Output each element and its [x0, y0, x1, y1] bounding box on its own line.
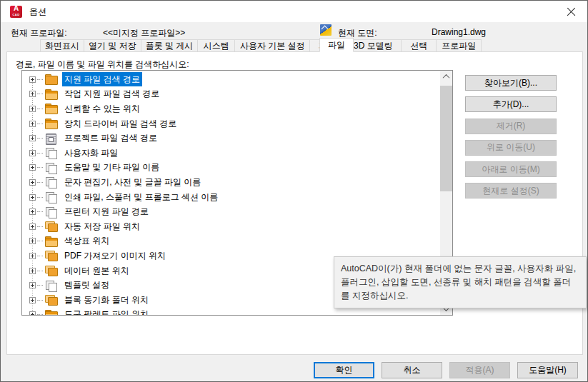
tree-row[interactable]: 사용자화 파일	[22, 146, 440, 161]
tree-row[interactable]: 도구 팔레트 파일 위치	[22, 308, 440, 316]
tab[interactable]: 선택	[401, 39, 437, 52]
expand-plus-icon[interactable]	[29, 282, 36, 288]
side-button[interactable]: 현재로 설정(S)	[465, 183, 557, 198]
expand-plus-icon[interactable]	[29, 238, 36, 244]
tree-connector	[37, 138, 43, 139]
tree-connector	[37, 94, 43, 94]
tree-connector	[37, 211, 43, 212]
tree-connector	[37, 197, 43, 198]
side-button[interactable]: 제거(R)	[465, 119, 557, 134]
close-icon	[567, 7, 576, 16]
expand-plus-icon[interactable]	[29, 268, 36, 274]
tree-connector	[37, 285, 43, 286]
expand-plus-icon[interactable]	[29, 208, 36, 215]
tab[interactable]: 시스템	[197, 39, 235, 52]
folder-open-icon	[45, 119, 57, 129]
tree-row[interactable]: 신뢰할 수 있는 위치	[22, 101, 440, 116]
footer-button[interactable]: 도움말(H)	[517, 362, 578, 378]
tree-connector	[37, 256, 43, 256]
folder-open-icon	[45, 89, 57, 99]
folder-stack-icon	[45, 295, 57, 305]
title-bar: ACAD 옵션	[1, 1, 587, 22]
tab[interactable]: 프로파일	[436, 39, 482, 52]
tree-row[interactable]: 작업 지원 파일 검색 경로	[22, 87, 440, 102]
tree-row-label: 작업 지원 파일 검색 경로	[62, 87, 161, 101]
side-button-column: 찾아보기(B)...추가(D)...제거(R)위로 이동(U)아래로 이동(M)…	[465, 75, 557, 205]
footer-button[interactable]: 적용(A)	[449, 362, 510, 378]
pages-icon	[45, 163, 57, 173]
folder-icon	[45, 74, 57, 84]
tree-row[interactable]: 프린터 지원 파일 경로	[22, 204, 440, 219]
tree-connector	[37, 153, 43, 154]
tree-row[interactable]: 지원 파일 검색 경로	[22, 72, 440, 87]
tree-row-label: 사용자화 파일	[62, 146, 120, 160]
side-button[interactable]: 위로 이동(U)	[465, 140, 557, 156]
tree-connector	[37, 241, 43, 241]
tree-row[interactable]: 인쇄 파일, 스풀러 및 프롤로그 섹션 이름	[22, 190, 440, 205]
tree-connector	[37, 124, 43, 124]
folder-open-icon	[45, 236, 57, 246]
expand-plus-icon[interactable]	[29, 150, 36, 156]
autocad-logo-icon: ACAD	[10, 6, 22, 18]
tree-row-label: 신뢰할 수 있는 위치	[62, 101, 142, 116]
tree-row[interactable]: 문자 편집기, 사전 및 글꼴 파일 이름	[22, 175, 440, 190]
tooltip: AutoCAD이(가) 현재 폴더에 없는 문자 글꼴, 사용자화 파일, 플러…	[334, 256, 587, 308]
expand-plus-icon[interactable]	[29, 179, 36, 186]
expand-plus-icon[interactable]	[29, 91, 36, 97]
expand-plus-icon[interactable]	[29, 253, 36, 259]
tab[interactable]: 사용자 기본 설정	[234, 39, 310, 52]
dialog-title: 옵션	[29, 6, 46, 18]
tree-connector	[37, 79, 43, 80]
scrollbar-thumb[interactable]	[440, 86, 452, 191]
expand-plus-icon[interactable]	[29, 164, 36, 171]
current-drawing-value: Drawing1.dwg	[432, 27, 486, 37]
side-button[interactable]: 추가(D)...	[465, 96, 557, 112]
tab[interactable]: 플롯 및 게시	[141, 39, 199, 52]
expand-plus-icon[interactable]	[29, 121, 36, 127]
tree-row[interactable]: 프로젝트 파일 검색 경로	[22, 131, 440, 146]
tree-row-label: 인쇄 파일, 스풀러 및 프롤로그 섹션 이름	[62, 190, 220, 204]
tree-row-label: 도구 팔레트 파일 위치	[62, 308, 151, 315]
tree-row[interactable]: 자동 저장 파일 위치	[22, 219, 440, 234]
tree-row-label: 데이터 원본 위치	[62, 263, 131, 278]
expand-plus-icon[interactable]	[29, 106, 36, 112]
expand-plus-icon[interactable]	[29, 311, 36, 315]
tree-row-label: 프린터 지원 파일 경로	[62, 205, 151, 219]
tree-row[interactable]: 색상표 위치	[22, 234, 440, 249]
close-button[interactable]	[555, 1, 587, 22]
book-icon	[45, 134, 57, 144]
pages-icon	[45, 281, 57, 291]
tab[interactable]: 파일	[319, 38, 354, 52]
tree-row[interactable]: 도움말 및 기타 파일 이름	[22, 161, 440, 176]
folder-stack-icon	[45, 266, 57, 276]
tree-row-label: 자동 저장 파일 위치	[62, 219, 142, 233]
tab[interactable]: 화면표시	[40, 39, 84, 52]
pages-icon	[45, 192, 57, 202]
tree-connector	[37, 167, 43, 168]
tree-connector	[37, 314, 43, 315]
expand-plus-icon[interactable]	[29, 297, 36, 303]
expand-plus-icon[interactable]	[29, 135, 36, 141]
expand-plus-icon[interactable]	[29, 194, 36, 201]
footer-button[interactable]: 취소	[382, 362, 442, 378]
tree-row[interactable]: 장치 드라이버 파일 검색 경로	[22, 116, 440, 131]
scroll-up-button[interactable]	[440, 71, 452, 83]
folder-open-icon	[45, 104, 57, 114]
footer-button[interactable]: 확인	[314, 362, 374, 378]
pages-icon	[45, 177, 57, 187]
side-button[interactable]: 찾아보기(B)...	[465, 75, 557, 91]
expand-plus-icon[interactable]	[29, 76, 36, 83]
folder-open-icon	[45, 310, 57, 315]
files-tab-panel: 경로, 파일 이름 및 파일 위치를 검색하십시오: 지원 파일 검색 경로 작…	[6, 51, 583, 355]
tree-row-label: 지원 파일 검색 경로	[62, 72, 142, 86]
options-dialog: ACAD 옵션 현재 프로파일: <<미지정 프로파일>> 현재 도면: Dra…	[0, 0, 588, 382]
chevron-up-icon	[443, 74, 450, 81]
tree-row-label: 장치 드라이버 파일 검색 경로	[62, 116, 179, 131]
expand-plus-icon[interactable]	[29, 223, 36, 230]
tree-row-label: PDF 가져오기 이미지 위치	[62, 248, 168, 263]
pages-icon	[45, 207, 57, 217]
tab[interactable]: 열기 및 저장	[84, 39, 141, 52]
side-button[interactable]: 아래로 이동(M)	[465, 161, 557, 177]
tree-connector	[37, 182, 43, 183]
tree-row-label: 문자 편집기, 사전 및 글꼴 파일 이름	[62, 175, 203, 189]
